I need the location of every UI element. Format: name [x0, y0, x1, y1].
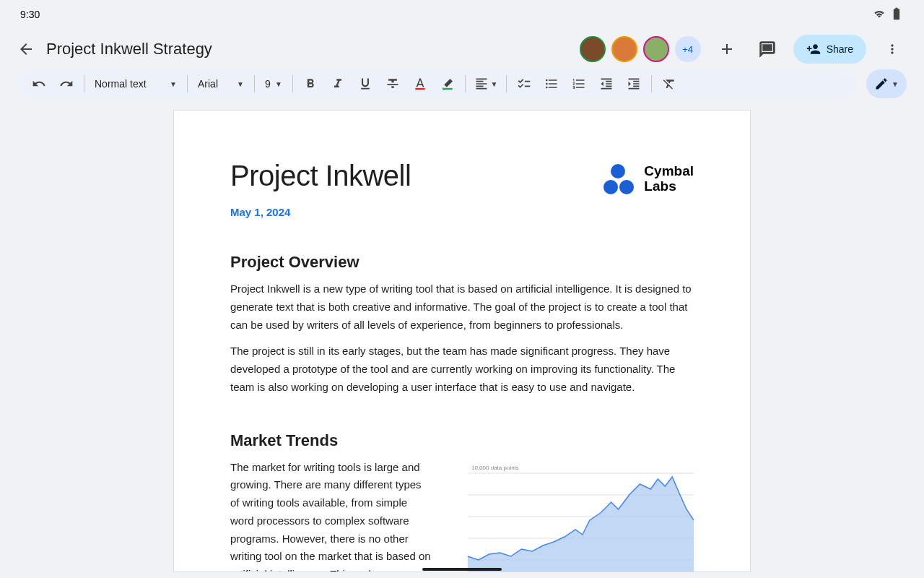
strikethrough-button[interactable] [380, 72, 406, 95]
font-size-select[interactable]: 9 ▼ [259, 72, 288, 95]
market-trends-chart: 10,000 data points [450, 459, 694, 573]
svg-rect-0 [415, 88, 424, 90]
document-title[interactable]: Project Inkwell Strategy [46, 40, 568, 59]
battery-icon [889, 7, 904, 23]
chevron-down-icon: ▼ [275, 80, 282, 88]
checklist-button[interactable] [511, 72, 537, 95]
more-menu-button[interactable] [878, 35, 907, 64]
collaborator-avatar[interactable] [580, 36, 606, 62]
section-heading: Project Overview [230, 253, 694, 272]
navigation-handle[interactable] [422, 568, 502, 571]
company-logo: Cymbal Labs [603, 164, 694, 194]
paragraph: The project is still in its early stages… [230, 342, 694, 396]
share-button[interactable]: Share [793, 35, 866, 64]
wifi-icon [872, 7, 886, 23]
clear-formatting-button[interactable] [656, 72, 682, 95]
doc-date: May 1, 2024 [230, 206, 694, 218]
decrease-indent-button[interactable] [593, 72, 619, 95]
paragraph: Project Inkwell is a new type of writing… [230, 280, 694, 334]
undo-button[interactable] [26, 72, 52, 95]
chevron-down-icon: ▼ [491, 80, 498, 88]
title-bar: Project Inkwell Strategy +4 Share [0, 29, 924, 69]
section-heading: Market Trends [230, 431, 694, 450]
increase-indent-button[interactable] [621, 72, 647, 95]
redo-button[interactable] [53, 72, 79, 95]
clock: 9:30 [20, 9, 40, 20]
align-button[interactable]: ▼ [470, 72, 502, 95]
chevron-down-icon: ▼ [892, 80, 899, 88]
back-button[interactable] [17, 40, 35, 58]
more-collaborators[interactable]: +4 [675, 36, 701, 62]
bulleted-list-button[interactable] [539, 72, 565, 95]
highlight-color-button[interactable] [435, 72, 461, 95]
svg-rect-1 [443, 88, 452, 90]
doc-heading: Project Inkwell [230, 160, 411, 192]
formatting-toolbar: Normal text ▼ Arial ▼ 9 ▼ ▼ [17, 69, 858, 98]
text-color-button[interactable] [407, 72, 433, 95]
collaborators: +4 [580, 36, 701, 62]
font-select[interactable]: Arial ▼ [192, 72, 250, 95]
add-button[interactable] [712, 35, 741, 64]
italic-button[interactable] [325, 72, 351, 95]
collaborator-avatar[interactable] [643, 36, 669, 62]
collaborator-avatar[interactable] [611, 36, 637, 62]
numbered-list-button[interactable] [566, 72, 592, 95]
text-style-select[interactable]: Normal text ▼ [89, 72, 183, 95]
chevron-down-icon: ▼ [170, 80, 177, 88]
editing-mode-button[interactable]: ▼ [866, 69, 907, 98]
document-page[interactable]: Project Inkwell Cymbal Labs May 1, 2024 … [173, 110, 751, 572]
underline-button[interactable] [352, 72, 378, 95]
share-label: Share [827, 43, 853, 55]
comment-button[interactable] [753, 35, 782, 64]
paragraph: The market for writing tools is large an… [230, 459, 432, 573]
bold-button[interactable] [297, 72, 323, 95]
status-bar: 9:30 [0, 0, 924, 29]
chevron-down-icon: ▼ [237, 80, 244, 88]
